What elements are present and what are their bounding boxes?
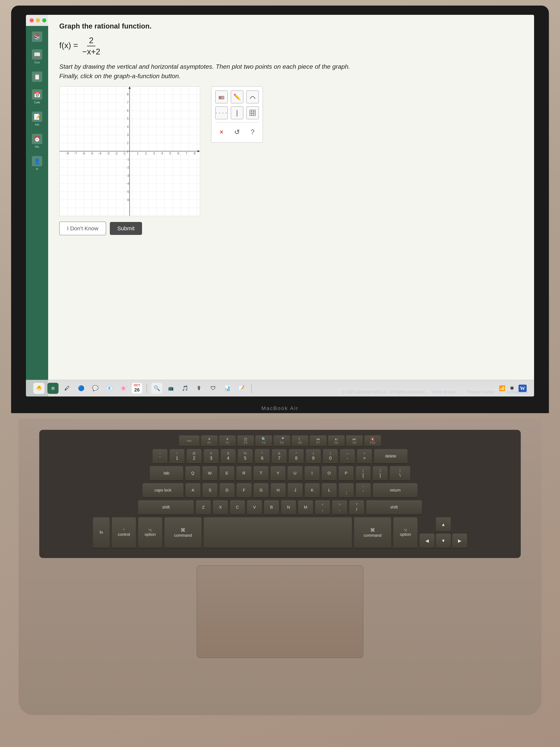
rbracket-key[interactable]: } ] <box>373 466 388 481</box>
dont-know-button[interactable]: I Don't Know <box>59 222 106 235</box>
sidebar-item-user[interactable]: 👤 H <box>30 154 44 173</box>
control-key[interactable]: ^ control <box>112 517 136 548</box>
c-key[interactable]: C <box>230 500 245 515</box>
9-key[interactable]: ( 9 <box>306 449 321 464</box>
e-key[interactable]: E <box>219 466 234 481</box>
f4-key[interactable]: 🔍 F4 <box>256 435 272 446</box>
comma-key[interactable]: < , <box>315 500 330 515</box>
return-key[interactable]: return <box>373 483 418 498</box>
n-key[interactable]: N <box>281 500 296 515</box>
dock-note[interactable]: 📝 <box>236 383 247 394</box>
o-key[interactable]: O <box>322 466 337 481</box>
eraser-tool-button[interactable] <box>215 91 228 103</box>
right-shift-key[interactable]: shift <box>366 500 422 515</box>
x-key[interactable]: X <box>213 500 228 515</box>
7-key[interactable]: & 7 <box>272 449 287 464</box>
slash-key[interactable]: ? / <box>349 500 364 515</box>
left-shift-key[interactable]: shift <box>138 500 194 515</box>
b-key[interactable]: B <box>264 500 279 515</box>
f3-key[interactable]: ⊡ F3 <box>237 435 254 446</box>
d-key[interactable]: D <box>220 483 235 498</box>
4-key[interactable]: $ 4 <box>221 449 236 464</box>
minus-key[interactable]: — - <box>340 449 355 464</box>
option-key[interactable]: ⌥ option <box>138 517 162 548</box>
dock-launchpad[interactable]: ⊞ <box>47 383 58 394</box>
maximize-button[interactable] <box>42 18 46 22</box>
backtick-key[interactable]: ~ ` <box>153 449 167 464</box>
backslash-key[interactable]: | \ <box>390 466 410 481</box>
graph-canvas[interactable]: -8 -7 -6 -5 -4 -3 -2 -1 1 2 3 4 <box>59 86 200 216</box>
sidebar-item-0[interactable]: 📚 <box>30 30 44 44</box>
3-key[interactable]: # 3 <box>204 449 218 464</box>
f2-key[interactable]: ☀ F2 <box>219 435 236 446</box>
left-command-key[interactable]: ⌘ command <box>164 517 202 548</box>
sidebar-item-calendar[interactable]: 📅 Cale <box>30 87 44 106</box>
r-key[interactable]: R <box>237 466 251 481</box>
f-key[interactable]: F <box>237 483 251 498</box>
u-key[interactable]: U <box>288 466 302 481</box>
dock-chrome[interactable]: 🔵 <box>76 383 87 394</box>
sidebar-item-inbox[interactable]: 📝 Inb <box>30 110 44 128</box>
tab-key[interactable]: tab <box>150 466 183 481</box>
submit-button[interactable]: Submit <box>110 222 142 235</box>
6-key[interactable]: ^ 6 <box>255 449 270 464</box>
0-key[interactable]: ) 0 <box>323 449 338 464</box>
m-key[interactable]: M <box>298 500 313 515</box>
w-key[interactable]: W <box>203 466 217 481</box>
f8-key[interactable]: ⏯ F8 <box>328 435 345 446</box>
q-key[interactable]: Q <box>185 466 200 481</box>
dock-finder2[interactable]: 🔍 <box>151 383 162 394</box>
p-key[interactable]: P <box>339 466 353 481</box>
curve-tool-button[interactable] <box>246 91 259 103</box>
right-arrow-key[interactable]: ▶ <box>452 534 467 548</box>
f9-key[interactable]: ⏭ F9 <box>346 435 363 446</box>
up-arrow-key[interactable]: ▲ <box>436 517 451 532</box>
f1-key[interactable]: ☀ F1 <box>201 435 218 446</box>
dock-pen[interactable]: 🖊 <box>61 383 73 394</box>
j-key[interactable]: J <box>288 483 302 498</box>
dock-messages[interactable]: 💬 <box>90 383 101 394</box>
dock-appletv[interactable]: 📺 <box>165 383 177 394</box>
dock-shield[interactable]: 🛡 <box>208 383 219 394</box>
close-button[interactable] <box>30 18 34 22</box>
g-key[interactable]: G <box>254 483 268 498</box>
trackpad[interactable] <box>197 565 363 658</box>
period-key[interactable]: > . <box>332 500 347 515</box>
dock-finder[interactable]: 🐣 <box>33 383 45 394</box>
dock-podcast[interactable]: 🎙 <box>193 383 205 394</box>
equals-key[interactable]: + = <box>357 449 372 464</box>
dashes-tool-button[interactable]: - - - - <box>215 106 228 119</box>
dock-music[interactable]: 🎵 <box>180 383 191 394</box>
sidebar-item-2[interactable]: 📋 <box>30 70 44 84</box>
a-key[interactable]: A <box>186 483 201 498</box>
minimize-button[interactable] <box>36 18 40 22</box>
dock-email[interactable]: 📧 <box>104 383 115 394</box>
k-key[interactable]: K <box>305 483 320 498</box>
t-key[interactable]: T <box>254 466 268 481</box>
pencil-tool-button[interactable]: ✏️ <box>231 91 243 103</box>
dock-charts[interactable]: 📊 <box>222 383 233 394</box>
v-key[interactable]: V <box>247 500 262 515</box>
f5-key[interactable]: 🎤 F5 <box>273 435 290 446</box>
z-key[interactable]: Z <box>196 500 211 515</box>
h-key[interactable]: H <box>271 483 286 498</box>
dock-photos[interactable]: 🌸 <box>118 383 129 394</box>
left-arrow-key[interactable]: ◀ <box>420 534 434 548</box>
caps-lock-key[interactable]: caps lock <box>142 483 183 498</box>
help-button[interactable]: ? <box>246 126 259 138</box>
1-key[interactable]: ! 1 <box>170 449 184 464</box>
word-icon[interactable]: W <box>518 385 527 392</box>
fn-key[interactable]: fn <box>93 517 110 548</box>
right-command-key[interactable]: ⌘ command <box>354 517 391 548</box>
vertical-line-tool-button[interactable]: | <box>231 106 243 119</box>
spacebar-key[interactable] <box>204 517 352 548</box>
2-key[interactable]: @ 2 <box>187 449 202 464</box>
s-key[interactable]: S <box>203 483 217 498</box>
y-key[interactable]: Y <box>271 466 285 481</box>
i-key[interactable]: I <box>304 466 319 481</box>
delete-key[interactable]: delete <box>374 449 407 464</box>
delete-tool-button[interactable]: × <box>215 126 228 138</box>
5-key[interactable]: % 5 <box>238 449 252 464</box>
sidebar-item-courses[interactable]: 📖 Cou <box>30 47 44 66</box>
undo-button[interactable]: ↺ <box>231 126 243 138</box>
